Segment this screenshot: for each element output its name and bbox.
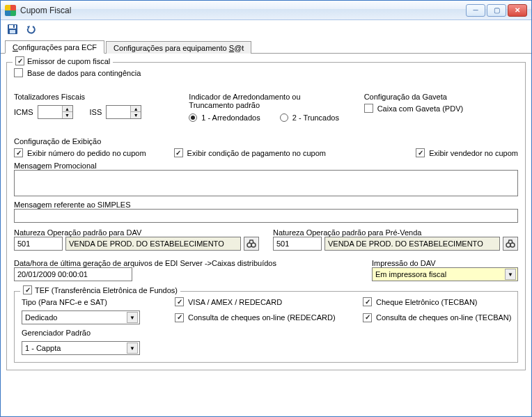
binoculars-icon: [247, 239, 256, 249]
base-contingencia-label: Base de dados para contingência: [27, 69, 141, 77]
tef-legend: TEF (Transferência Eletrônica de Fundos): [35, 286, 178, 294]
nat-pre-label: Natureza Operação padrão para Pré-Venda: [273, 228, 518, 237]
impr-dav-select[interactable]: Em impressora fiscal ▼: [372, 267, 518, 281]
tipo-value: Dedicado: [25, 313, 57, 322]
exibicao-header: Configuração de Exibição: [14, 137, 518, 145]
nat-pre-code-input[interactable]: [273, 237, 322, 251]
svg-rect-1: [9, 25, 16, 29]
binoculars-icon: [506, 239, 515, 249]
group-tef: TEF (Transferência Eletrônica de Fundos)…: [14, 291, 518, 363]
gerenc-label: Gerenciador Padrão: [22, 329, 161, 337]
nat-dav-label: Natureza Operação padrão para DAV: [14, 228, 259, 237]
tipo-label: Tipo (Para NFC-e e SAT): [22, 298, 161, 306]
indicador-header: Indicador de Arredondamento ou Truncamen…: [189, 93, 343, 109]
minimize-button[interactable]: ─: [466, 4, 485, 17]
tipo-select[interactable]: Dedicado ▼: [22, 310, 140, 324]
cheque-tecban-label: Cheque Eletrônico (TECBAN): [376, 298, 478, 306]
icms-label: ICMS: [14, 108, 33, 116]
exibir-vendedor-checkbox[interactable]: [416, 148, 425, 157]
spin-down-icon[interactable]: ▼: [63, 112, 72, 118]
svg-point-6: [506, 243, 510, 247]
exibir-condicao-checkbox[interactable]: [174, 148, 183, 157]
gerenc-select[interactable]: 1 - Cappta ▼: [22, 341, 140, 355]
iss-spinner[interactable]: ▲▼: [106, 105, 141, 119]
gaveta-checkbox[interactable]: [364, 104, 373, 113]
cheque-tecban-checkbox[interactable]: [363, 297, 372, 306]
totalizadores-header: Totalizadores Fiscais: [14, 93, 168, 101]
exibir-condicao-label: Exibir condição de pagamento no cupom: [187, 149, 326, 157]
consulta-rede-label: Consulta de cheques on-line (REDECARD): [188, 313, 336, 322]
svg-rect-3: [13, 25, 15, 28]
edi-label: Data/hora de última geração de arquivos …: [14, 259, 358, 267]
tef-checkbox[interactable]: [23, 285, 32, 294]
svg-rect-2: [10, 30, 15, 33]
tab-sat[interactable]: Configurações para equipamento S@t: [106, 41, 251, 54]
close-button[interactable]: ✕: [508, 4, 527, 17]
consulta-rede-checkbox[interactable]: [175, 313, 184, 322]
msg-simples-input[interactable]: [14, 209, 518, 223]
exibir-vendedor-label: Exibir vendedor no cupom: [429, 149, 518, 157]
emissor-legend: Emissor de cupom fiscal: [27, 57, 110, 65]
radio-truncados-label: 2 - Truncados: [292, 113, 339, 122]
icms-spinner[interactable]: ▲▼: [38, 105, 73, 119]
spin-up-icon[interactable]: ▲: [131, 106, 141, 112]
icms-input[interactable]: [38, 106, 62, 118]
radio-arredondados[interactable]: [189, 113, 197, 122]
gerenc-value: 1 - Cappta: [25, 344, 61, 352]
group-emissor: Emissor de cupom fiscal Base de dados pa…: [6, 62, 526, 370]
impr-dav-value: Em impressora fiscal: [375, 270, 446, 278]
chevron-down-icon: ▼: [127, 312, 138, 323]
spin-down-icon[interactable]: ▼: [131, 112, 141, 118]
emissor-checkbox[interactable]: [15, 56, 24, 65]
iss-input[interactable]: [107, 106, 130, 118]
svg-point-5: [251, 243, 256, 247]
edi-input[interactable]: [14, 267, 132, 281]
iss-label: ISS: [90, 108, 102, 116]
spin-up-icon[interactable]: ▲: [63, 106, 72, 112]
msg-simples-label: Mensagem referente ao SIMPLES: [14, 200, 518, 209]
radio-truncados[interactable]: [280, 113, 288, 122]
impr-dav-label: Impressão do DAV: [372, 259, 518, 267]
svg-point-4: [247, 243, 251, 247]
consulta-tecban-label: Consulta de cheques on-line (TECBAN): [376, 313, 511, 322]
chevron-down-icon: ▼: [505, 269, 516, 280]
gaveta-header: Configuração da Gaveta: [364, 93, 518, 101]
radio-arredondados-label: 1 - Arredondados: [201, 113, 260, 122]
nat-dav-desc-input[interactable]: [65, 237, 241, 251]
visa-checkbox[interactable]: [175, 297, 184, 306]
chevron-down-icon: ▼: [127, 343, 138, 354]
undo-icon[interactable]: [24, 23, 37, 36]
nat-pre-lookup-button[interactable]: [503, 237, 518, 251]
msg-promo-label: Mensagem Promocional: [14, 162, 518, 170]
exibir-pedido-checkbox[interactable]: [14, 148, 23, 157]
visa-label: VISA / AMEX / REDECARD: [188, 298, 282, 306]
msg-promo-input[interactable]: [14, 170, 518, 196]
base-contingencia-checkbox[interactable]: [14, 68, 23, 77]
nat-pre-desc-input[interactable]: [324, 237, 500, 251]
maximize-button[interactable]: ▢: [487, 4, 506, 17]
app-icon: [5, 5, 16, 16]
consulta-tecban-checkbox[interactable]: [363, 313, 372, 322]
window-title: Cupom Fiscal: [20, 6, 71, 15]
nat-dav-code-input[interactable]: [14, 237, 63, 251]
exibir-pedido-label: Exibir número do pedido no cupom: [27, 149, 146, 157]
gaveta-label: Caixa com Gaveta (PDV): [377, 104, 463, 113]
tab-ecf[interactable]: Configurações para ECF: [5, 40, 104, 54]
nat-dav-lookup-button[interactable]: [244, 237, 259, 251]
svg-point-7: [510, 243, 515, 247]
save-icon[interactable]: [6, 23, 19, 36]
